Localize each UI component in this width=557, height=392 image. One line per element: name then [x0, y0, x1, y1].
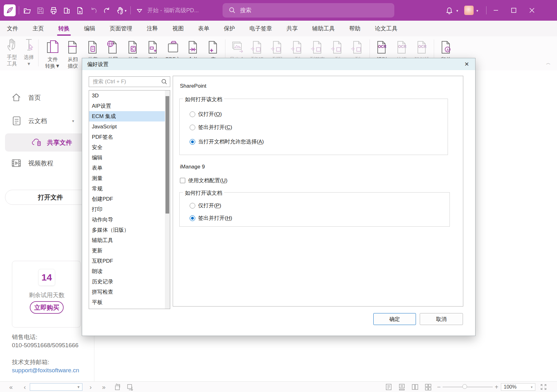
category-item-10[interactable]: 创建PDF	[89, 194, 170, 204]
support-email-link[interactable]: support@foxitsoftware.cn	[12, 367, 79, 374]
hand-tool-button[interactable]: 手型工具	[3, 38, 21, 67]
ribbon-tab-8[interactable]: 保护	[224, 25, 235, 32]
radio-option-open-only-imanage[interactable]: 仅打开(P)	[190, 202, 221, 209]
toolbar-button-from-scanner[interactable]: 从扫描仪	[63, 38, 83, 69]
zoom-in-button[interactable]: +	[493, 382, 500, 392]
global-search-input[interactable]: 搜索	[223, 3, 394, 18]
ribbon-tab-0[interactable]: 文件	[7, 25, 18, 32]
maximize-button[interactable]	[507, 0, 521, 21]
radio-option-ask-on-open[interactable]: 当打开文档时允许您选择(A)	[190, 138, 264, 145]
previous-view-button[interactable]	[112, 382, 123, 392]
ribbon-tab-6[interactable]: 视图	[172, 25, 184, 32]
dialog-titlebar[interactable]: 偏好设置 ✕	[82, 58, 475, 70]
scrollbar-thumb[interactable]	[166, 96, 169, 214]
last-page-button[interactable]: »	[98, 382, 109, 392]
ribbon-tab-11[interactable]: 辅助工具	[312, 25, 335, 32]
category-item-13[interactable]: 多媒体（旧版）	[89, 225, 170, 235]
category-item-9[interactable]: 常规	[89, 183, 170, 194]
cancel-button[interactable]: 取消	[420, 313, 463, 325]
category-item-15[interactable]: 更新	[89, 245, 170, 256]
close-button[interactable]	[525, 0, 539, 21]
checkbox-use-doc-profile[interactable]: 使用文档配置(U)	[180, 177, 228, 184]
notifications-caret-icon[interactable]: ▾	[456, 9, 458, 13]
sidebar-item-home[interactable]: 首页	[11, 93, 41, 103]
ribbon-tab-2[interactable]: 转换	[58, 25, 70, 32]
next-view-button[interactable]	[124, 382, 135, 392]
ribbon-tab-7[interactable]: 表单	[198, 25, 209, 32]
category-item-19[interactable]: 拼写检查	[89, 287, 170, 297]
account-caret-icon[interactable]: ▾	[476, 9, 478, 13]
collapse-ribbon-icon[interactable]: ︿	[546, 60, 551, 66]
cloud-docs-caret-icon[interactable]: ▾	[72, 119, 74, 123]
zoom-slider-thumb[interactable]	[462, 384, 467, 389]
open-folder-icon[interactable]	[22, 5, 33, 16]
category-item-6[interactable]: 编辑	[89, 152, 170, 163]
category-item-0[interactable]: 3D	[89, 90, 170, 101]
document-tab-title[interactable]: 开始 - 福昕高级PD...	[147, 0, 215, 21]
ribbon-tab-1[interactable]: 主页	[33, 25, 44, 32]
toolbar-button-convert-files[interactable]: 文件转换▼	[43, 38, 63, 69]
category-item-18[interactable]: 历史记录	[89, 276, 170, 287]
global-search-placeholder: 搜索	[240, 7, 251, 14]
preferences-search-input[interactable]	[92, 78, 158, 85]
ribbon-tab-12[interactable]: 帮助	[349, 25, 360, 32]
page-number-dropdown[interactable]: ▼	[30, 383, 82, 391]
copy-page-icon[interactable]	[61, 5, 72, 16]
ribbon-tab-5[interactable]: 注释	[147, 25, 158, 32]
hand-tool-caret-icon[interactable]: ▾	[125, 9, 127, 13]
dialog-close-icon[interactable]: ✕	[461, 59, 472, 69]
facing-view-button[interactable]	[409, 382, 421, 392]
first-page-button[interactable]: «	[6, 382, 16, 392]
minimize-button[interactable]	[489, 0, 503, 21]
category-item-4[interactable]: PDF签名	[89, 132, 170, 142]
zoom-slider-track[interactable]	[443, 387, 493, 387]
category-item-2[interactable]: ECM 集成	[89, 111, 170, 121]
preferences-search-field[interactable]	[89, 76, 170, 87]
category-item-11[interactable]: 打印	[89, 204, 170, 214]
ribbon-tab-13[interactable]: 论文工具	[375, 25, 397, 32]
category-item-16[interactable]: 互联PDF	[89, 256, 170, 266]
category-item-7[interactable]: 表单	[89, 163, 170, 173]
sidebar-item-cloud-docs[interactable]: 云文档 ▾	[12, 116, 74, 126]
foxit-logo-icon[interactable]	[4, 4, 16, 16]
preferences-dialog: 偏好设置 ✕ 3DAIP设置ECM 集成JavaScriptPDF签名安全编辑表…	[82, 58, 476, 336]
category-item-5[interactable]: 安全	[89, 142, 170, 152]
hand-pointer-icon[interactable]	[115, 5, 125, 16]
ribbon-tab-3[interactable]: 编辑	[84, 25, 95, 32]
new-document-icon[interactable]	[75, 5, 85, 16]
sidebar-item-video-tutorials[interactable]: 视频教程	[11, 158, 53, 168]
titlebar-separator	[486, 6, 486, 14]
category-list-scrollbar[interactable]	[165, 90, 170, 309]
next-page-button[interactable]: ›	[85, 382, 96, 392]
select-tool-button[interactable]: 选择▾	[20, 38, 38, 67]
zoom-out-button[interactable]: −	[436, 382, 442, 392]
radio-option-open-only[interactable]: 仅打开(O)	[190, 111, 222, 118]
ok-button[interactable]: 确定	[373, 313, 416, 325]
radio-option-checkout-open[interactable]: 签出并打开(C)	[190, 124, 232, 131]
category-item-20[interactable]: 平板	[89, 297, 170, 307]
redo-icon[interactable]	[102, 5, 112, 16]
ribbon-tab-9[interactable]: 电子签章	[250, 25, 272, 32]
category-item-3[interactable]: JavaScript	[89, 121, 170, 132]
continuous-view-button[interactable]	[396, 382, 407, 392]
fullscreen-button[interactable]	[538, 382, 549, 392]
quick-access-chevron-icon[interactable]	[134, 5, 145, 16]
undo-icon[interactable]	[88, 5, 99, 16]
user-avatar[interactable]	[464, 6, 474, 15]
category-item-8[interactable]: 测量	[89, 173, 170, 183]
print-icon[interactable]	[48, 5, 59, 16]
ribbon-tab-10[interactable]: 共享	[286, 25, 298, 32]
facing-continuous-view-button[interactable]	[423, 382, 434, 392]
buy-now-button[interactable]: 立即购买	[30, 301, 64, 314]
single-page-view-button[interactable]	[383, 382, 394, 392]
radio-option-checkout-open-imanage[interactable]: 签出并打开(H)	[190, 214, 232, 222]
zoom-level-dropdown[interactable]: 100%▾	[501, 383, 535, 391]
category-item-14[interactable]: 辅助工具	[89, 235, 170, 245]
category-item-17[interactable]: 朗读	[89, 266, 170, 276]
previous-page-button[interactable]: ‹	[19, 382, 30, 392]
ribbon-tab-4[interactable]: 页面管理	[110, 25, 132, 32]
save-icon[interactable]	[35, 5, 46, 16]
category-item-1[interactable]: AIP设置	[89, 101, 170, 111]
notifications-bell-icon[interactable]	[444, 5, 455, 16]
category-item-12[interactable]: 动作向导	[89, 214, 170, 225]
